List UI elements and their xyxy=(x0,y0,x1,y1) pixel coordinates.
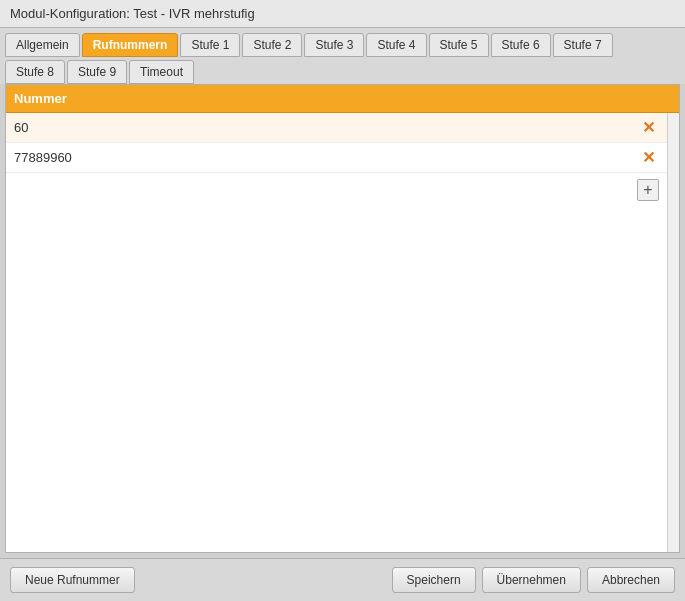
tab-stufe-3[interactable]: Stufe 3 xyxy=(304,33,364,57)
title-text: Modul-Konfiguration: xyxy=(10,6,133,21)
tab-stufe-7[interactable]: Stufe 7 xyxy=(553,33,613,57)
table-body: 60✕77889960✕+ xyxy=(6,113,667,552)
tab-allgemein[interactable]: Allgemein xyxy=(5,33,80,57)
tab-stufe-1[interactable]: Stufe 1 xyxy=(180,33,240,57)
row-value: 77889960 xyxy=(14,150,638,165)
add-btn-container: + xyxy=(6,173,667,207)
delete-row-button[interactable]: ✕ xyxy=(638,148,659,167)
tab-stufe-6[interactable]: Stufe 6 xyxy=(491,33,551,57)
footer-bar: Neue Rufnummer Speichern Übernehmen Abbr… xyxy=(0,558,685,601)
table-row: 77889960✕ xyxy=(6,143,667,173)
scrollbar[interactable] xyxy=(667,113,679,552)
title-bar: Modul-Konfiguration: Test - IVR mehrstuf… xyxy=(0,0,685,28)
tabs-row2: Stufe 8Stufe 9Timeout xyxy=(0,57,685,84)
tab-stufe-8[interactable]: Stufe 8 xyxy=(5,60,65,84)
tab-stufe-2[interactable]: Stufe 2 xyxy=(242,33,302,57)
apply-button[interactable]: Übernehmen xyxy=(482,567,581,593)
delete-row-button[interactable]: ✕ xyxy=(638,118,659,137)
table-row: 60✕ xyxy=(6,113,667,143)
add-number-button[interactable]: + xyxy=(637,179,659,201)
tab-timeout[interactable]: Timeout xyxy=(129,60,194,84)
save-button[interactable]: Speichern xyxy=(392,567,476,593)
title-subtitle: Test - IVR mehrstufig xyxy=(133,6,254,21)
footer-right: Speichern Übernehmen Abbrechen xyxy=(392,567,675,593)
tabs-row1: AllgemeinRufnummernStufe 1Stufe 2Stufe 3… xyxy=(0,28,685,57)
cancel-button[interactable]: Abbrechen xyxy=(587,567,675,593)
tab-stufe-4[interactable]: Stufe 4 xyxy=(366,33,426,57)
table-header: Nummer xyxy=(6,85,679,113)
table-with-scroll: 60✕77889960✕+ xyxy=(6,113,679,552)
row-value: 60 xyxy=(14,120,638,135)
tab-stufe-9[interactable]: Stufe 9 xyxy=(67,60,127,84)
main-content: Nummer 60✕77889960✕+ xyxy=(5,84,680,553)
new-rufnummer-button[interactable]: Neue Rufnummer xyxy=(10,567,135,593)
tab-rufnummern[interactable]: Rufnummern xyxy=(82,33,179,57)
tab-stufe-5[interactable]: Stufe 5 xyxy=(429,33,489,57)
